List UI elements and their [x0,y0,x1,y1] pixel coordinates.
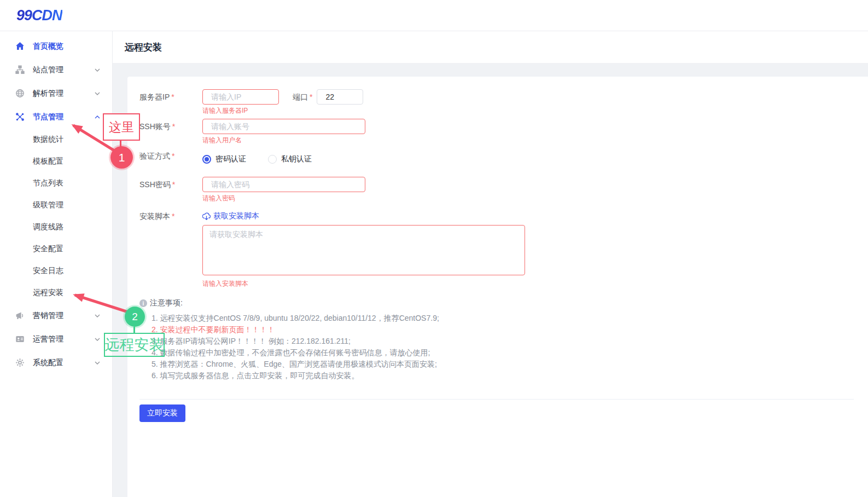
note-item: 2. 安装过程中不要刷新页面！！！！ [152,324,854,336]
sidebar-item-schedule-lines[interactable]: 调度线路 [0,216,112,238]
note-item: 4. 数据传输过程中加密处理，不会泄露也不会存储任何账号密码信息，请放心使用; [152,347,854,359]
chevron-down-icon [95,361,100,365]
get-script-link[interactable]: 获取安装脚本 [202,211,525,222]
chevron-down-icon [95,338,100,341]
port-input[interactable] [317,89,363,105]
ssh-account-input[interactable] [202,119,365,134]
required-mark: * [172,212,174,221]
sidebar-item-operations[interactable]: 运营管理 [0,327,112,351]
sidebar-item-home[interactable]: 首页概览 [0,34,112,58]
sidebar-item-security-config[interactable]: 安全配置 [0,238,112,260]
sidebar-item-sites[interactable]: 站点管理 [0,58,112,82]
note-item: 5. 推荐浏览器：Chrome、火狐、Edge、国产浏览器请使用极速模式访问本页… [152,359,854,370]
radio-dot [202,155,211,164]
gear-icon [15,358,25,367]
required-mark: * [171,93,174,101]
main-area: 远程安装 服务器IP* 端口* [113,31,868,497]
chevron-down-icon [95,92,100,95]
brand-logo: 99CDN [16,7,62,24]
ssh-password-error: 请输入密码 [202,194,365,202]
install-script-textarea[interactable] [202,225,525,275]
notes-section: 注意事项: 1. 远程安装仅支持CentOS 7/8/9, ubuntu 18/… [139,298,854,382]
sidebar-item-security-log[interactable]: 安全日志 [0,260,112,282]
sidebar-item-label: 级联管理 [33,200,63,210]
sidebar-item-label: 首页概览 [33,42,63,51]
content-area: 服务器IP* 端口* 请输入服务器IP [113,63,868,497]
install-script-error: 请输入安装脚本 [202,280,525,287]
get-script-link-label: 获取安装脚本 [213,211,259,221]
sidebar-item-data-stats[interactable]: 数据统计 [0,129,112,151]
radio-key-auth[interactable]: 私钥认证 [268,154,312,164]
sidebar-item-dns[interactable]: 解析管理 [0,82,112,105]
ssh-account-error: 请输入用户名 [202,136,365,144]
required-mark: * [310,93,312,101]
sidebar-item-remote-install[interactable]: 远程安装 [0,282,112,304]
home-icon [15,42,25,51]
required-mark: * [172,180,175,189]
sidebar-item-label: 节点列表 [33,178,63,188]
megaphone-icon [15,311,25,320]
idcard-icon [15,334,25,344]
sidebar-item-label: 解析管理 [33,89,63,99]
cloud-download-icon [202,212,211,221]
chevron-down-icon [95,314,100,317]
page-header: 远程安装 [113,31,868,63]
info-icon [139,299,147,307]
sidebar-item-label: 运营管理 [33,334,63,344]
topbar: 99CDN [0,0,868,31]
radio-password-auth[interactable]: 密码认证 [202,154,246,164]
sidebar-item-label: 系统配置 [33,358,63,368]
note-item: 1. 远程安装仅支持CentOS 7/8/9, ubuntu 18/20/22,… [152,313,854,324]
ssh-password-input[interactable] [202,177,365,192]
server-ip-error: 请输入服务器IP [202,107,363,114]
sitemap-icon [15,65,25,74]
chevron-down-icon [95,68,100,72]
port-label: 端口* [293,93,312,102]
note-item: 3. 服务器IP请填写公网IP！！！！ 例如：212.182.161.211; [152,336,854,347]
remote-install-card: 服务器IP* 端口* 请输入服务器IP [127,77,868,497]
radio-dot [268,155,277,164]
sidebar-item-template-config[interactable]: 模板配置 [0,151,112,172]
sidebar-item-label: 模板配置 [33,157,63,166]
auth-method-label: 验证方式* [139,148,202,161]
radio-label: 私钥认证 [281,154,312,164]
sidebar-item-system-config[interactable]: 系统配置 [0,351,112,374]
sidebar-item-label: 站点管理 [33,65,63,75]
required-mark: * [172,122,175,131]
sidebar-item-label: 营销管理 [33,311,63,321]
required-mark: * [172,152,174,160]
sidebar-item-label: 安全配置 [33,244,63,254]
page-title: 远程安装 [125,41,162,54]
globe-icon [15,89,25,98]
install-now-button[interactable]: 立即安装 [139,404,185,422]
divider [139,399,854,400]
sidebar-item-label: 远程安装 [33,288,63,298]
sidebar-item-label: 安全日志 [33,266,63,276]
sidebar-item-node-list[interactable]: 节点列表 [0,172,112,194]
sidebar-item-nodes[interactable]: 节点管理 [0,105,112,129]
app-window: 99CDN 首页概览 站点管理 [0,0,868,497]
nodes-icon [15,112,25,122]
sidebar-item-cascade[interactable]: 级联管理 [0,194,112,216]
chevron-up-icon [95,115,100,119]
sidebar-item-label: 调度线路 [33,222,63,232]
server-ip-input[interactable] [202,89,279,105]
ssh-account-label: SSH账号* [139,119,202,132]
sidebar: 首页概览 站点管理 [0,31,113,497]
sidebar-item-label: 节点管理 [33,112,63,122]
radio-label: 密码认证 [215,154,246,164]
install-script-label: 安装脚本* [139,209,202,222]
note-item: 6. 填写完成服务器信息，点击立即安装，即可完成自动安装。 [152,370,854,382]
sidebar-item-marketing[interactable]: 营销管理 [0,304,112,327]
server-ip-label: 服务器IP* [139,89,202,102]
ssh-password-label: SSH密码* [139,177,202,190]
notes-title: 注意事项: [150,298,183,308]
sidebar-item-label: 数据统计 [33,135,63,145]
